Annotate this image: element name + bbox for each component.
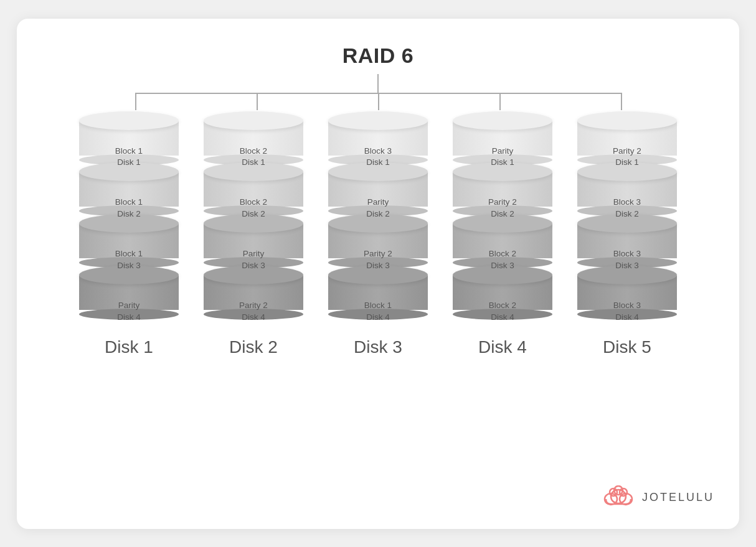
- segment-d4-s1: ParityDisk 1: [453, 111, 552, 169]
- disk-label-1: Disk 1: [105, 337, 153, 357]
- seg-top-d1-s4: [79, 266, 179, 284]
- segment-d5-s2: Block 3Disk 2: [577, 162, 677, 220]
- drop-3: [378, 93, 379, 110]
- disk-label-3: Disk 3: [354, 337, 402, 357]
- cylinder-stack-5: Parity 2Disk 1Block 3Disk 2Block 3Disk 3…: [574, 111, 680, 324]
- segment-d1-s3: Block 1Disk 3: [79, 214, 179, 272]
- segment-d3-s3: Parity 2Disk 3: [328, 214, 428, 272]
- seg-top-d2-s1: [204, 111, 303, 130]
- seg-bottom-d2-s4: [204, 309, 303, 320]
- drop-1: [135, 93, 136, 110]
- seg-top-d4-s1: [453, 111, 552, 130]
- seg-top-d1-s3: [79, 214, 179, 233]
- segment-d1-s4: ParityDisk 4: [79, 266, 179, 324]
- seg-top-d5-s3: [577, 214, 677, 233]
- segment-d3-s1: Block 3Disk 1: [328, 111, 428, 169]
- segment-d5-s4: Block 3Disk 4: [577, 266, 677, 324]
- seg-bottom-d4-s4: [453, 309, 552, 320]
- segment-d3-s2: ParityDisk 2: [328, 162, 428, 220]
- segment-d5-s1: Parity 2Disk 1: [577, 111, 677, 169]
- seg-top-d4-s4: [453, 266, 552, 284]
- disk-column-4: ParityDisk 1Parity 2Disk 2Block 2Disk 3B…: [440, 111, 565, 357]
- seg-top-d2-s4: [204, 266, 303, 284]
- seg-bottom-d1-s4: [79, 309, 179, 320]
- logo-area: JOTELULU: [602, 473, 714, 510]
- drop-4: [499, 93, 501, 110]
- disk-label-5: Disk 5: [603, 337, 651, 357]
- segment-d5-s3: Block 3Disk 3: [577, 214, 677, 272]
- disk-column-5: Parity 2Disk 1Block 3Disk 2Block 3Disk 3…: [565, 111, 689, 357]
- segment-d2-s3: ParityDisk 3: [204, 214, 303, 272]
- cylinder-stack-2: Block 2Disk 1Block 2Disk 2ParityDisk 3Pa…: [201, 111, 306, 324]
- segment-d2-s1: Block 2Disk 1: [204, 111, 303, 169]
- disk-column-2: Block 2Disk 1Block 2Disk 2ParityDisk 3Pa…: [191, 111, 316, 357]
- segment-d1-s2: Block 1Disk 2: [79, 162, 179, 220]
- seg-top-d2-s3: [204, 214, 303, 233]
- seg-top-d4-s3: [453, 214, 552, 233]
- cloud-icon: [602, 485, 635, 510]
- seg-bottom-d3-s4: [328, 309, 428, 320]
- segment-d1-s1: Block 1Disk 1: [79, 111, 179, 169]
- drop-5: [621, 93, 622, 110]
- segment-d4-s3: Block 2Disk 3: [453, 214, 552, 272]
- seg-bottom-d5-s4: [577, 309, 677, 320]
- disk-label-2: Disk 2: [229, 337, 278, 357]
- segment-d4-s4: Block 2Disk 4: [453, 266, 552, 324]
- center-line: [377, 74, 379, 94]
- seg-top-d3-s1: [328, 111, 428, 130]
- disk-column-3: Block 3Disk 1ParityDisk 2Parity 2Disk 3B…: [316, 111, 440, 357]
- page-title: RAID 6: [343, 44, 413, 68]
- segment-d2-s4: Parity 2Disk 4: [204, 266, 303, 324]
- seg-top-d3-s4: [328, 266, 428, 284]
- cylinder-stack-3: Block 3Disk 1ParityDisk 2Parity 2Disk 3B…: [325, 111, 431, 324]
- disk-label-4: Disk 4: [478, 337, 527, 357]
- segment-d2-s2: Block 2Disk 2: [204, 162, 303, 220]
- main-card: RAID 6 Block 1Disk 1Block 1Disk 2Block 1…: [17, 19, 739, 529]
- disks-row: Block 1Disk 1Block 1Disk 2Block 1Disk 3P…: [42, 111, 714, 357]
- segment-d3-s4: Block 1Disk 4: [328, 266, 428, 324]
- seg-top-d3-s3: [328, 214, 428, 233]
- drop-2: [257, 93, 258, 110]
- logo-text: JOTELULU: [642, 491, 714, 504]
- seg-top-d5-s1: [577, 111, 677, 130]
- disk-column-1: Block 1Disk 1Block 1Disk 2Block 1Disk 3P…: [67, 111, 191, 357]
- seg-top-d1-s1: [79, 111, 179, 130]
- seg-top-d5-s4: [577, 266, 677, 284]
- connector-area: [42, 74, 714, 111]
- cylinder-stack-1: Block 1Disk 1Block 1Disk 2Block 1Disk 3P…: [76, 111, 182, 324]
- cylinder-stack-4: ParityDisk 1Parity 2Disk 2Block 2Disk 3B…: [450, 111, 555, 324]
- segment-d4-s2: Parity 2Disk 2: [453, 162, 552, 220]
